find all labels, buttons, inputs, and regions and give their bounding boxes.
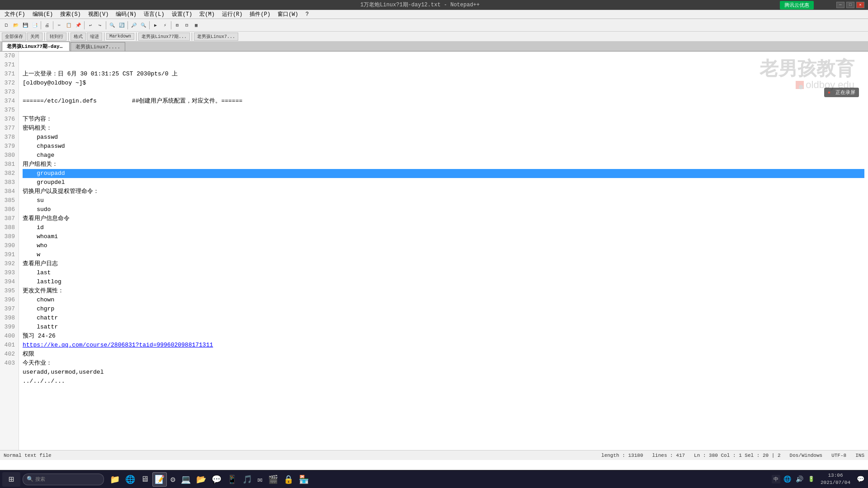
menu-window[interactable]: 窗口(W) [274,10,302,19]
toolbar-redo[interactable]: ↪ [95,21,104,30]
line-number: 394 [0,277,17,286]
tb2-item6[interactable]: Markdown [106,33,134,40]
toolbar-zoom-out[interactable]: 🔍 [139,21,148,30]
tb2-sep4 [136,33,137,41]
editor-area: 3703713713723733743753763773783793803813… [0,52,868,460]
toolbar-open[interactable]: 📂 [11,21,20,30]
menu-help[interactable]: ? [302,10,312,19]
table-row: 查看用户信息命令 [23,214,864,223]
taskbar-clock[interactable]: 13:06 2021/07/04 [818,472,853,486]
toolbar-find[interactable]: 🔍 [108,21,117,30]
taskbar-app-video[interactable]: 🎬 [266,472,280,487]
tab-active[interactable]: 老男孩Linux77期-day12.txt [2,42,70,51]
tb2-item5[interactable]: 缩进 [87,33,102,41]
menu-search[interactable]: 搜索(S) [57,10,85,19]
toolbar2: 全部保存 关闭 转到行 格式 缩进 Markdown 老男孩Linux77期..… [0,32,868,42]
line-number: 395 [0,286,17,296]
toolbar-cut[interactable]: ✂ [55,21,64,30]
taskbar-app-files[interactable]: 📂 [194,472,208,487]
toolbar-zoom-in[interactable]: 🔎 [129,21,138,30]
toolbar-replace[interactable]: 🔄 [117,21,126,30]
table-row: su [23,196,864,205]
taskbar-app-explorer[interactable]: 📁 [108,472,122,487]
toolbar-extra1[interactable]: ⊞ [173,21,182,30]
volume-icon[interactable]: 🔊 [794,475,805,483]
network-icon[interactable]: 🌐 [782,475,793,483]
menu-settings[interactable]: 设置(T) [168,10,196,19]
taskbar-app-wechat[interactable]: 📱 [225,472,239,487]
code-content[interactable]: 上一次登录：日 6月 30 01:31:25 CST 2030pts/0 上[o… [19,52,868,460]
toolbar-sep3 [84,21,85,29]
minimize-btn[interactable]: ─ [836,2,844,8]
menu-view[interactable]: 视图(V) [85,10,113,19]
qq-notification[interactable]: 腾讯云优惠 [780,1,814,9]
table-row: 密码相关： [23,124,864,133]
notifications-icon[interactable]: 💬 [855,475,866,483]
menu-plugins[interactable]: 插件(P) [246,10,274,19]
taskbar-app-browser[interactable]: 🌐 [123,472,137,487]
taskbar-app-security[interactable]: 🔒 [282,472,295,487]
menu-edit[interactable]: 编辑(E) [29,10,57,19]
tabbar: 老男孩Linux77期-day12.txt 老男孩Linux7.... [0,42,868,52]
tab-inactive[interactable]: 老男孩Linux7.... [71,42,125,51]
toolbar-extra3[interactable]: ▦ [192,21,201,30]
taskbar-app-store[interactable]: 🏪 [297,472,311,487]
menu-file[interactable]: 文件(F) [1,10,29,19]
toolbar-print[interactable]: 🖨 [42,21,52,30]
table-row: [oldboy@oldboy ~]$ [23,79,864,88]
table-row: 切换用户以及提权管理命令： [23,187,864,196]
status-encoding: UTF-8 [831,453,846,458]
toolbar-extra2[interactable]: ⊟ [182,21,191,30]
toolbar-paste[interactable]: 📌 [74,21,83,30]
table-row: 查看用户日志 [23,259,864,268]
taskbar-app-terminal1[interactable]: 🖥 [139,472,151,487]
taskbar-search[interactable]: 🔍 搜索 [23,474,104,485]
table-row: sudo [23,205,864,214]
toolbar-saveall[interactable]: 📑 [30,21,39,30]
close-btn[interactable]: ✕ [856,2,864,8]
line-number: 380 [0,151,17,160]
taskbar-lang[interactable]: 中 [772,475,780,483]
toolbar-copy[interactable]: 📋 [64,21,73,30]
table-row: useradd,usermod,userdel [23,368,864,377]
line-number: 383 [0,178,17,187]
toolbar-save[interactable]: 💾 [21,21,30,30]
table-row: passwd [23,133,864,142]
taskbar-app-music[interactable]: 🎵 [241,472,254,487]
toolbar-new[interactable]: 🗋 [2,21,11,30]
taskbar-app-notepad[interactable]: 📝 [152,472,167,487]
line-number: 399 [0,323,17,332]
toolbar-run[interactable]: ⚡ [160,21,170,30]
window-controls: ─ □ ✕ [836,2,864,8]
menu-language[interactable]: 语言(L) [140,10,168,19]
toolbar-undo[interactable]: ↩ [86,21,95,30]
taskbar-app-settings[interactable]: ⚙ [169,472,177,487]
taskbar: ⊞ 🔍 搜索 📁 🌐 🖥 📝 ⚙ 💻 📂 💬 📱 🎵 ✉ 🎬 🔒 🏪 中 🌐 🔊… [0,470,868,488]
table-row: whoami [23,232,864,241]
menu-encoding[interactable]: 编码(N) [112,10,140,19]
start-button[interactable]: ⊞ [2,472,20,487]
toolbar-sep1 [41,21,41,29]
taskbar-app-terminal2[interactable]: 💻 [179,472,193,487]
taskbar-app-qq[interactable]: 💬 [210,472,223,487]
tb2-item8[interactable]: 老男孩Linux7... [194,33,238,41]
hyperlink[interactable]: https://ke.qq.com/course/2806831?taid=99… [23,342,213,348]
tb2-item1[interactable]: 全部保存 [2,33,26,41]
line-number: 384 [0,187,17,196]
line-number: 397 [0,305,17,314]
menu-macro[interactable]: 宏(M) [196,10,218,19]
maximize-btn[interactable]: □ [846,2,854,8]
tb2-item4[interactable]: 格式 [71,33,86,41]
line-number: 403 [0,359,17,368]
toolbar-macro[interactable]: ▶ [151,21,160,30]
table-row: chgrp [23,305,864,314]
tb2-item2[interactable]: 关闭 [27,33,42,41]
recording-text: 正在录屏 [835,90,855,95]
table-row: ======/etc/login.defs ##创建用户系统配置，对应文件。==… [23,97,864,106]
taskbar-app-mail[interactable]: ✉ [256,472,264,487]
tb2-item7[interactable]: 老男孩Linux77期... [138,33,190,41]
tb2-item3[interactable]: 转到行 [47,33,66,41]
menu-run[interactable]: 运行(R) [218,10,246,19]
table-row: chage [23,151,864,160]
table-row: lastlog [23,277,864,286]
